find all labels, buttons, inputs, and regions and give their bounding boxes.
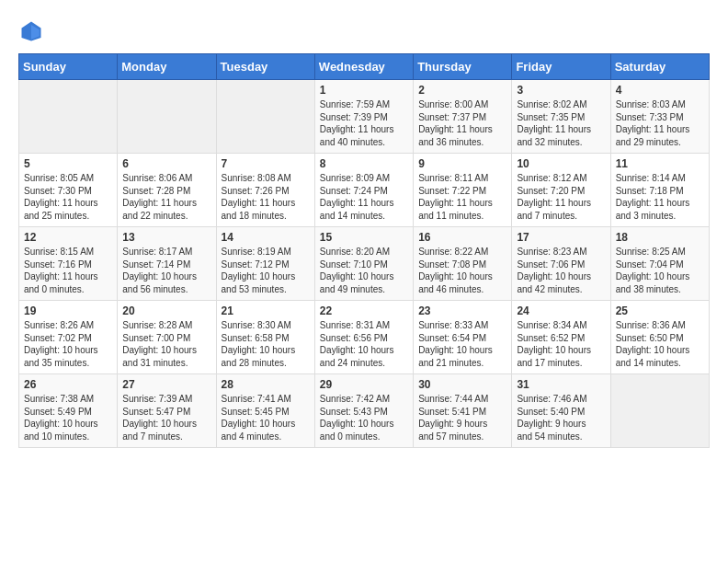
day-info: Sunrise: 8:05 AM Sunset: 7:30 PM Dayligh…	[24, 172, 112, 222]
calendar-cell: 1Sunrise: 7:59 AM Sunset: 7:39 PM Daylig…	[314, 80, 413, 154]
calendar-week-1: 1Sunrise: 7:59 AM Sunset: 7:39 PM Daylig…	[19, 80, 710, 154]
day-info: Sunrise: 8:34 AM Sunset: 6:52 PM Dayligh…	[517, 319, 605, 369]
day-number: 9	[418, 157, 506, 170]
day-info: Sunrise: 8:06 AM Sunset: 7:28 PM Dayligh…	[122, 172, 210, 222]
calendar-cell: 20Sunrise: 8:28 AM Sunset: 7:00 PM Dayli…	[118, 301, 216, 374]
day-info: Sunrise: 8:33 AM Sunset: 6:54 PM Dayligh…	[418, 319, 506, 369]
day-number: 30	[418, 378, 506, 391]
logo	[18, 18, 48, 44]
weekday-header-thursday: Thursday	[414, 54, 512, 80]
logo-icon	[18, 18, 44, 44]
day-number: 5	[24, 157, 112, 170]
calendar-cell: 29Sunrise: 7:42 AM Sunset: 5:43 PM Dayli…	[314, 374, 413, 448]
day-info: Sunrise: 8:12 AM Sunset: 7:20 PM Dayligh…	[517, 172, 605, 222]
day-number: 28	[222, 378, 310, 391]
day-number: 31	[517, 378, 605, 391]
calendar-cell: 22Sunrise: 8:31 AM Sunset: 6:56 PM Dayli…	[314, 301, 413, 374]
day-info: Sunrise: 7:42 AM Sunset: 5:43 PM Dayligh…	[320, 393, 408, 442]
calendar-cell: 5Sunrise: 8:05 AM Sunset: 7:30 PM Daylig…	[19, 154, 118, 227]
weekday-header-tuesday: Tuesday	[216, 54, 314, 80]
calendar-cell: 19Sunrise: 8:26 AM Sunset: 7:02 PM Dayli…	[19, 301, 118, 374]
calendar-cell: 24Sunrise: 8:34 AM Sunset: 6:52 PM Dayli…	[512, 301, 610, 374]
calendar-cell: 14Sunrise: 8:19 AM Sunset: 7:12 PM Dayli…	[216, 227, 314, 301]
calendar-cell: 30Sunrise: 7:44 AM Sunset: 5:41 PM Dayli…	[414, 374, 512, 448]
day-number: 10	[517, 157, 605, 170]
day-number: 7	[222, 157, 310, 170]
calendar-cell: 16Sunrise: 8:22 AM Sunset: 7:08 PM Dayli…	[414, 227, 512, 301]
day-info: Sunrise: 8:17 AM Sunset: 7:14 PM Dayligh…	[122, 246, 210, 295]
day-info: Sunrise: 8:11 AM Sunset: 7:22 PM Dayligh…	[418, 172, 506, 222]
day-number: 24	[517, 304, 605, 317]
weekday-header-monday: Monday	[118, 54, 216, 80]
calendar-cell	[118, 80, 216, 154]
day-number: 11	[616, 157, 704, 170]
day-info: Sunrise: 7:59 AM Sunset: 7:39 PM Dayligh…	[320, 98, 408, 148]
calendar-cell: 8Sunrise: 8:09 AM Sunset: 7:24 PM Daylig…	[314, 154, 413, 227]
day-number: 13	[122, 231, 210, 244]
day-info: Sunrise: 8:20 AM Sunset: 7:10 PM Dayligh…	[320, 246, 408, 295]
calendar-cell: 13Sunrise: 8:17 AM Sunset: 7:14 PM Dayli…	[118, 227, 216, 301]
weekday-header-wednesday: Wednesday	[314, 54, 413, 80]
calendar-cell: 15Sunrise: 8:20 AM Sunset: 7:10 PM Dayli…	[314, 227, 413, 301]
calendar-cell: 9Sunrise: 8:11 AM Sunset: 7:22 PM Daylig…	[414, 154, 512, 227]
day-info: Sunrise: 7:41 AM Sunset: 5:45 PM Dayligh…	[222, 393, 310, 442]
day-number: 25	[616, 304, 704, 317]
day-info: Sunrise: 8:28 AM Sunset: 7:00 PM Dayligh…	[122, 319, 210, 369]
calendar-week-4: 19Sunrise: 8:26 AM Sunset: 7:02 PM Dayli…	[19, 301, 710, 374]
day-number: 6	[122, 157, 210, 170]
day-number: 19	[24, 304, 112, 317]
day-info: Sunrise: 7:38 AM Sunset: 5:49 PM Dayligh…	[24, 393, 112, 442]
day-info: Sunrise: 8:14 AM Sunset: 7:18 PM Dayligh…	[616, 172, 704, 222]
day-info: Sunrise: 8:08 AM Sunset: 7:26 PM Dayligh…	[222, 172, 310, 222]
calendar-week-2: 5Sunrise: 8:05 AM Sunset: 7:30 PM Daylig…	[19, 154, 710, 227]
day-number: 23	[418, 304, 506, 317]
calendar-cell	[216, 80, 314, 154]
weekday-header-friday: Friday	[512, 54, 610, 80]
calendar-cell: 21Sunrise: 8:30 AM Sunset: 6:58 PM Dayli…	[216, 301, 314, 374]
calendar-week-3: 12Sunrise: 8:15 AM Sunset: 7:16 PM Dayli…	[19, 227, 710, 301]
day-info: Sunrise: 8:09 AM Sunset: 7:24 PM Dayligh…	[320, 172, 408, 222]
day-number: 3	[517, 84, 605, 97]
weekday-header-sunday: Sunday	[19, 54, 118, 80]
calendar-cell: 18Sunrise: 8:25 AM Sunset: 7:04 PM Dayli…	[610, 227, 709, 301]
day-info: Sunrise: 8:23 AM Sunset: 7:06 PM Dayligh…	[517, 246, 605, 295]
calendar-cell: 7Sunrise: 8:08 AM Sunset: 7:26 PM Daylig…	[216, 154, 314, 227]
calendar-cell: 26Sunrise: 7:38 AM Sunset: 5:49 PM Dayli…	[19, 374, 118, 448]
calendar-cell: 12Sunrise: 8:15 AM Sunset: 7:16 PM Dayli…	[19, 227, 118, 301]
day-info: Sunrise: 8:02 AM Sunset: 7:35 PM Dayligh…	[517, 98, 605, 148]
day-info: Sunrise: 8:36 AM Sunset: 6:50 PM Dayligh…	[616, 319, 704, 369]
calendar-cell: 25Sunrise: 8:36 AM Sunset: 6:50 PM Dayli…	[610, 301, 709, 374]
day-number: 16	[418, 231, 506, 244]
day-number: 27	[122, 378, 210, 391]
calendar-cell: 23Sunrise: 8:33 AM Sunset: 6:54 PM Dayli…	[414, 301, 512, 374]
calendar-cell: 17Sunrise: 8:23 AM Sunset: 7:06 PM Dayli…	[512, 227, 610, 301]
day-info: Sunrise: 7:39 AM Sunset: 5:47 PM Dayligh…	[122, 393, 210, 442]
day-number: 4	[616, 84, 704, 97]
day-info: Sunrise: 8:26 AM Sunset: 7:02 PM Dayligh…	[24, 319, 112, 369]
day-info: Sunrise: 8:00 AM Sunset: 7:37 PM Dayligh…	[418, 98, 506, 148]
calendar-cell: 4Sunrise: 8:03 AM Sunset: 7:33 PM Daylig…	[610, 80, 709, 154]
day-info: Sunrise: 8:22 AM Sunset: 7:08 PM Dayligh…	[418, 246, 506, 295]
day-number: 2	[418, 84, 506, 97]
day-info: Sunrise: 8:31 AM Sunset: 6:56 PM Dayligh…	[320, 319, 408, 369]
calendar: SundayMondayTuesdayWednesdayThursdayFrid…	[18, 53, 710, 448]
day-number: 15	[320, 231, 408, 244]
calendar-cell: 6Sunrise: 8:06 AM Sunset: 7:28 PM Daylig…	[118, 154, 216, 227]
day-info: Sunrise: 8:15 AM Sunset: 7:16 PM Dayligh…	[24, 246, 112, 295]
calendar-cell: 11Sunrise: 8:14 AM Sunset: 7:18 PM Dayli…	[610, 154, 709, 227]
day-number: 17	[517, 231, 605, 244]
calendar-cell: 10Sunrise: 8:12 AM Sunset: 7:20 PM Dayli…	[512, 154, 610, 227]
day-info: Sunrise: 8:25 AM Sunset: 7:04 PM Dayligh…	[616, 246, 704, 295]
day-info: Sunrise: 7:46 AM Sunset: 5:40 PM Dayligh…	[517, 393, 605, 442]
day-info: Sunrise: 8:30 AM Sunset: 6:58 PM Dayligh…	[222, 319, 310, 369]
day-info: Sunrise: 8:19 AM Sunset: 7:12 PM Dayligh…	[222, 246, 310, 295]
calendar-cell: 28Sunrise: 7:41 AM Sunset: 5:45 PM Dayli…	[216, 374, 314, 448]
day-number: 21	[222, 304, 310, 317]
day-number: 14	[222, 231, 310, 244]
calendar-cell: 31Sunrise: 7:46 AM Sunset: 5:40 PM Dayli…	[512, 374, 610, 448]
weekday-header-saturday: Saturday	[610, 54, 709, 80]
calendar-cell: 3Sunrise: 8:02 AM Sunset: 7:35 PM Daylig…	[512, 80, 610, 154]
header	[18, 18, 710, 44]
day-info: Sunrise: 8:03 AM Sunset: 7:33 PM Dayligh…	[616, 98, 704, 148]
day-number: 20	[122, 304, 210, 317]
